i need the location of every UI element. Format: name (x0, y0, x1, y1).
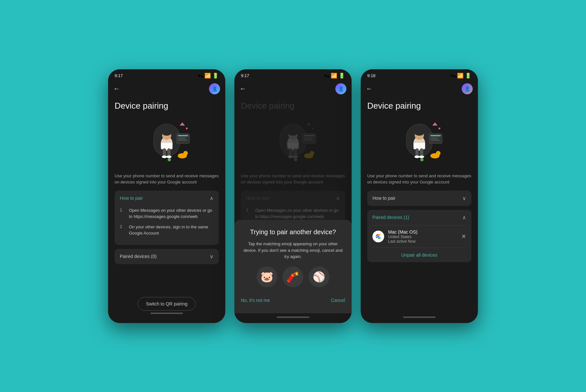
device-item-1: Mac (Mac OS) United States Last active N… (367, 225, 471, 248)
svg-rect-11 (178, 138, 186, 139)
page-title-3: Device pairing (367, 101, 471, 111)
svg-point-27 (293, 155, 298, 158)
step-number-1: 1 (120, 207, 125, 212)
battery-icon-3: 🔋 (465, 73, 471, 79)
svg-point-14 (183, 151, 188, 155)
svg-text:♥: ♥ (186, 126, 188, 131)
unpair-all-button[interactable]: Unpair all devices (367, 248, 471, 262)
step-text-3: Open Messages on your other devices or g… (255, 207, 340, 220)
home-indicator-3 (403, 317, 436, 318)
svg-point-60 (377, 235, 380, 237)
device-status-1: Last active Now (388, 239, 457, 244)
top-nav-2: ← 👤 (234, 81, 352, 96)
device-info-1: Mac (Mac OS) United States Last active N… (388, 229, 457, 244)
svg-rect-50 (430, 140, 440, 141)
svg-rect-12 (178, 140, 187, 141)
emoji-baseball[interactable]: ⚾ (309, 266, 329, 287)
svg-rect-25 (294, 148, 297, 156)
how-to-pair-header-2: How to pair ∧ (241, 191, 345, 206)
signal-icon-3: 📶 (457, 73, 464, 79)
cancel-button[interactable]: Cancel (331, 295, 345, 305)
avatar-1: 👤 (209, 83, 220, 94)
emoji-pig[interactable]: 🐷 (257, 266, 277, 287)
svg-rect-29 (304, 135, 314, 136)
battery-icon: 🔋 (212, 73, 219, 79)
svg-rect-24 (289, 148, 292, 156)
back-button-3[interactable]: ← (366, 85, 372, 92)
remove-device-button[interactable]: ✕ (461, 233, 466, 240)
back-button-1[interactable]: ← (113, 85, 120, 92)
back-button-2[interactable]: ← (240, 85, 246, 92)
illustration-1: ♥ (134, 117, 199, 166)
signal-icon-2: 📶 (331, 73, 337, 79)
chevron-up-icon-1: ∧ (210, 195, 214, 201)
phone-screen-3: 9:18 ▾▴ 📶 🔋 ← 👤 Device pairing (361, 69, 478, 323)
status-bar-2: 9:17 ▾▴ 📶 🔋 (234, 69, 352, 81)
step-text-2: On your other devices, sign in to the sa… (129, 224, 214, 237)
chevron-up-icon-2: ∧ (336, 195, 340, 201)
svg-text:♥: ♥ (438, 126, 440, 131)
svg-rect-10 (178, 135, 188, 136)
chevron-up-icon-3: ∧ (462, 214, 466, 221)
svg-rect-31 (304, 140, 313, 141)
step-1-1: 1 Open Messages on your other devices or… (120, 207, 214, 220)
step-1-2: 1 Open Messages on your other devices or… (246, 207, 340, 220)
bottom-area-1: Switch to QR pairing (108, 294, 225, 323)
chevron-down-icon-3: ∨ (462, 195, 466, 201)
svg-rect-44 (420, 148, 423, 156)
svg-rect-49 (430, 138, 438, 139)
screen-1-content: Device pairing (108, 96, 225, 294)
svg-point-7 (162, 155, 167, 158)
signal-icon: 📶 (204, 73, 211, 79)
screens-container: 9:17 ▾▴ 📶 🔋 ← 👤 Device pairing (95, 56, 491, 336)
description-2: Use your phone number to send and receiv… (241, 173, 345, 185)
top-nav-1: ← 👤 (108, 81, 225, 96)
svg-rect-30 (304, 138, 312, 139)
paired-devices-label-1: Paired devices (0) (120, 254, 157, 259)
wifi-icon: ▾▴ (198, 73, 203, 79)
svg-rect-23 (287, 143, 299, 149)
screen-2-content: Device pairing (234, 96, 352, 313)
home-indicator-2 (277, 317, 309, 318)
svg-point-36 (294, 158, 297, 161)
svg-point-46 (419, 155, 424, 158)
dialog-text: Tap the matching emoji appearing on your… (241, 241, 345, 260)
svg-rect-4 (161, 143, 173, 149)
top-nav-3: ← 👤 (361, 81, 478, 96)
screen-3-content: Device pairing (361, 96, 478, 313)
not-me-button[interactable]: No, it's not me (241, 295, 270, 305)
how-to-pair-header-3[interactable]: How to pair ∨ (367, 191, 471, 206)
paired-devices-header-3[interactable]: Paired devices (1) ∧ (367, 210, 471, 225)
dialog-actions: No, it's not me Cancel (241, 295, 345, 305)
paired-devices-section: Paired devices (1) ∧ (367, 210, 471, 262)
dialog-title: Trying to pair another device? (241, 228, 345, 236)
status-time-2: 9:17 (241, 73, 249, 78)
svg-point-17 (168, 158, 171, 161)
device-name-1: Mac (Mac OS) (388, 229, 457, 235)
phone-screen-2: 9:17 ▾▴ 📶 🔋 ← 👤 Device pairing (234, 69, 352, 323)
page-title-2: Device pairing (241, 101, 345, 111)
svg-point-33 (310, 151, 314, 155)
how-to-pair-label-1: How to pair (120, 196, 143, 201)
wifi-icon-3: ▾▴ (451, 73, 456, 79)
illustration-3: ♥ (387, 117, 452, 166)
paired-devices-header-1[interactable]: Paired devices (0) ∨ (115, 249, 219, 264)
emoji-firecracker[interactable]: 🧨 (283, 266, 303, 287)
emoji-row: 🐷 🧨 ⚾ (241, 266, 345, 287)
how-to-pair-card-1: How to pair ∧ 1 Open Messages on your ot… (115, 191, 219, 245)
svg-point-55 (420, 158, 424, 161)
switch-qr-button[interactable]: Switch to QR pairing (138, 297, 196, 311)
paired-devices-label-3: Paired devices (1) (372, 215, 409, 220)
step-2-1: 2 On your other devices, sign in to the … (120, 224, 214, 237)
svg-point-22 (288, 130, 298, 136)
how-to-pair-header-1[interactable]: How to pair ∧ (115, 191, 219, 206)
step-text-1: Open Messages on your other devices or g… (129, 207, 214, 220)
screen2-background: Device pairing (241, 101, 345, 232)
svg-point-3 (162, 130, 171, 136)
illustration-2: ♥ (260, 117, 326, 166)
svg-point-45 (414, 155, 420, 158)
status-time-3: 9:18 (367, 73, 375, 78)
pairing-dialog: Trying to pair another device? Tap the m… (234, 220, 352, 313)
description-3: Use your phone number to send and receiv… (367, 173, 471, 185)
svg-marker-37 (306, 122, 311, 126)
